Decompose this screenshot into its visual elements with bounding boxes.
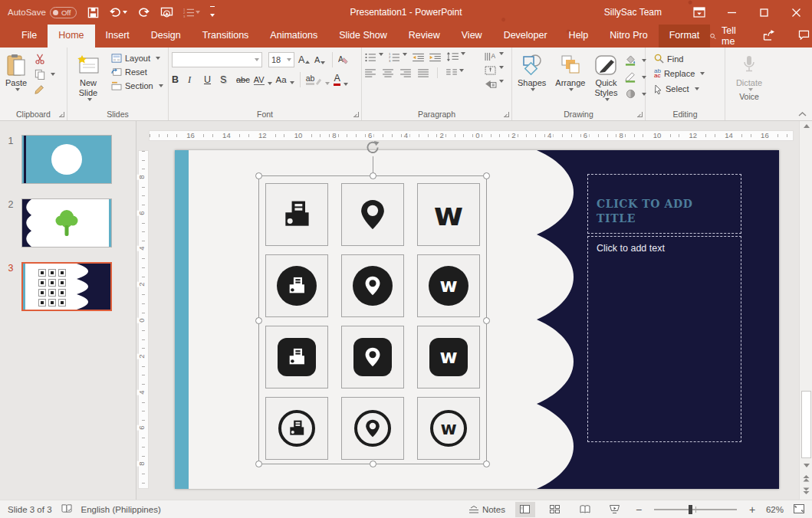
slideshow-view-button[interactable] bbox=[605, 502, 625, 517]
copy-button[interactable] bbox=[32, 67, 58, 81]
icon-cell-letter-w-plain[interactable]: w bbox=[417, 183, 480, 246]
cut-button[interactable] bbox=[32, 52, 58, 66]
icon-cell-letter-w-filled-circle[interactable]: w bbox=[417, 254, 480, 317]
undo-dropdown-icon[interactable] bbox=[123, 11, 127, 14]
slide-editing-surface[interactable]: CLICK TO ADD TITLE Click to add text www… bbox=[175, 150, 779, 489]
undo-button[interactable] bbox=[109, 7, 127, 18]
ribbon-display-options-button[interactable] bbox=[683, 0, 715, 25]
reading-view-button[interactable] bbox=[575, 502, 595, 517]
bold-button[interactable]: B bbox=[172, 74, 184, 85]
customize-qat-button[interactable] bbox=[210, 6, 215, 19]
format-painter-button[interactable] bbox=[32, 83, 58, 97]
tab-nitro-pro[interactable]: Nitro Pro bbox=[599, 25, 658, 48]
body-text-placeholder[interactable]: Click to add text bbox=[587, 236, 741, 442]
title-placeholder[interactable]: CLICK TO ADD TITLE bbox=[587, 174, 741, 234]
resize-handle-se[interactable] bbox=[483, 461, 490, 467]
minimize-button[interactable] bbox=[715, 0, 748, 25]
resize-handle-nw[interactable] bbox=[255, 172, 262, 179]
numbering-button[interactable]: 123 bbox=[389, 53, 407, 62]
slide-indicator[interactable]: Slide 3 of 3 bbox=[8, 505, 52, 514]
font-color-button[interactable]: A bbox=[334, 74, 347, 87]
clipboard-dialog-launcher[interactable] bbox=[59, 112, 64, 117]
reset-button[interactable]: Reset bbox=[109, 66, 166, 78]
slide-1-thumbnail[interactable] bbox=[21, 135, 112, 184]
font-name-combo[interactable] bbox=[172, 52, 262, 67]
thumbnail-row-2[interactable]: 2 bbox=[0, 198, 136, 248]
tab-format[interactable]: Format bbox=[659, 25, 711, 48]
shapes-button[interactable]: Shapes bbox=[514, 51, 550, 91]
tab-home[interactable]: Home bbox=[48, 25, 94, 48]
zoom-slider-thumb[interactable] bbox=[689, 505, 692, 514]
icon-cell-printer-filled-circle[interactable] bbox=[265, 254, 328, 317]
columns-button[interactable] bbox=[446, 69, 464, 77]
comments-button[interactable] bbox=[798, 30, 810, 42]
tab-review[interactable]: Review bbox=[398, 25, 451, 48]
redo-button[interactable] bbox=[137, 7, 150, 18]
increase-font-size-button[interactable]: A bbox=[298, 54, 311, 65]
justify-button[interactable] bbox=[418, 69, 429, 77]
collapse-ribbon-button[interactable] bbox=[798, 112, 807, 116]
zoom-slider[interactable] bbox=[654, 509, 737, 510]
icon-cell-printer-plain[interactable] bbox=[265, 183, 328, 246]
zoom-level[interactable]: 62% bbox=[766, 505, 784, 514]
layout-button[interactable]: Layout bbox=[109, 52, 166, 64]
section-button[interactable]: Section bbox=[109, 80, 166, 92]
tab-developer[interactable]: Developer bbox=[493, 25, 558, 48]
spell-check-icon[interactable] bbox=[61, 503, 72, 515]
tab-animations[interactable]: Animations bbox=[259, 25, 328, 48]
resize-handle-w[interactable] bbox=[255, 317, 262, 324]
icon-cell-letter-w-outlined-circle[interactable]: w bbox=[417, 397, 480, 460]
zoom-in-button[interactable]: + bbox=[748, 506, 756, 513]
language-indicator[interactable]: English (Philippines) bbox=[81, 505, 161, 514]
tell-me-button[interactable]: Tell me bbox=[710, 25, 740, 47]
icon-cell-location-pin-filled-rounded-square[interactable] bbox=[341, 326, 404, 388]
vertical-scrollbar[interactable] bbox=[799, 121, 812, 500]
align-right-button[interactable] bbox=[400, 69, 411, 77]
align-center-button[interactable] bbox=[383, 69, 393, 77]
font-size-combo[interactable]: 18 bbox=[268, 52, 294, 67]
autosave-switch[interactable]: Off bbox=[50, 7, 77, 18]
icon-cell-printer-filled-rounded-square[interactable] bbox=[265, 326, 328, 388]
resize-handle-n[interactable] bbox=[370, 172, 376, 179]
scroll-up-button[interactable] bbox=[800, 124, 812, 128]
slide-sorter-view-button[interactable] bbox=[545, 502, 565, 517]
save-button[interactable] bbox=[87, 7, 99, 18]
tab-transitions[interactable]: Transitions bbox=[192, 25, 260, 48]
close-button[interactable] bbox=[780, 0, 812, 25]
font-dialog-launcher[interactable] bbox=[353, 112, 359, 117]
thumbnail-row-3[interactable]: 3 bbox=[0, 262, 136, 311]
select-button[interactable]: Select bbox=[652, 83, 723, 96]
character-spacing-button[interactable]: AV bbox=[254, 75, 272, 85]
highlight-button[interactable]: ab bbox=[306, 74, 330, 86]
share-button[interactable] bbox=[763, 30, 775, 43]
align-text-button[interactable] bbox=[485, 66, 504, 75]
normal-view-button[interactable] bbox=[515, 502, 535, 517]
icon-cell-location-pin-filled-circle[interactable] bbox=[341, 254, 404, 317]
fit-slide-to-window-button[interactable] bbox=[794, 504, 804, 515]
text-direction-button[interactable]: A bbox=[485, 52, 504, 61]
slide-3-thumbnail-selected[interactable] bbox=[21, 262, 112, 311]
underline-button[interactable]: U bbox=[204, 74, 216, 85]
slide-2-thumbnail[interactable] bbox=[21, 198, 112, 248]
maximize-button[interactable] bbox=[748, 0, 780, 25]
scroll-down-button[interactable] bbox=[800, 464, 812, 467]
bullets-button[interactable] bbox=[365, 53, 383, 62]
convert-to-smartart-button[interactable] bbox=[485, 80, 504, 89]
icon-cell-letter-w-filled-rounded-square[interactable]: w bbox=[417, 326, 480, 388]
resize-handle-ne[interactable] bbox=[483, 172, 490, 179]
decrease-indent-button[interactable] bbox=[413, 53, 424, 62]
zoom-out-button[interactable]: − bbox=[635, 506, 643, 513]
italic-button[interactable]: I bbox=[188, 74, 200, 86]
paste-button[interactable]: Paste bbox=[2, 51, 31, 91]
paragraph-dialog-launcher[interactable] bbox=[504, 112, 509, 117]
increase-indent-button[interactable] bbox=[429, 53, 441, 62]
quick-styles-button[interactable]: Quick Styles bbox=[590, 51, 621, 101]
resize-handle-s[interactable] bbox=[370, 461, 376, 467]
tab-slide-show[interactable]: Slide Show bbox=[328, 25, 398, 48]
text-shadow-button[interactable]: S bbox=[220, 74, 232, 85]
notes-button[interactable]: Notes bbox=[469, 505, 505, 514]
account-name[interactable]: SillySac Team bbox=[604, 7, 662, 18]
tab-insert[interactable]: Insert bbox=[95, 25, 140, 48]
autosave-toggle[interactable]: AutoSave Off bbox=[8, 7, 77, 18]
decrease-font-size-button[interactable]: A bbox=[314, 55, 327, 64]
